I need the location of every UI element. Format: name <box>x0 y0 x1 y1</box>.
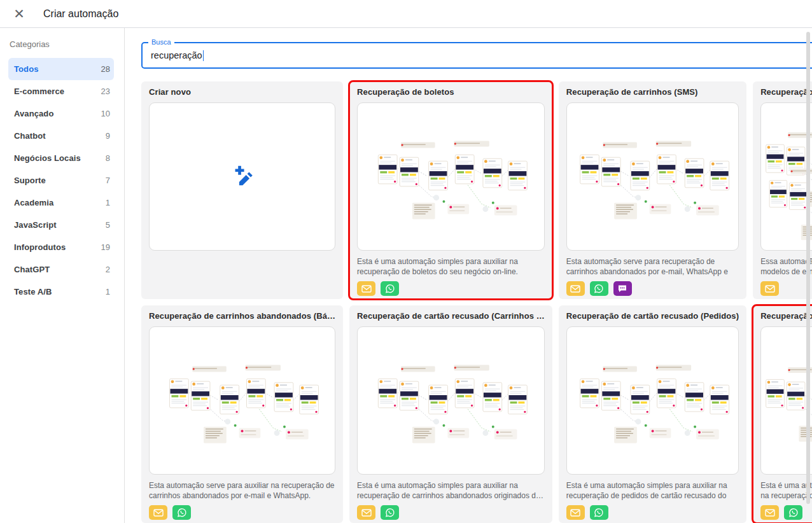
sidebar-item-ecommerce[interactable]: E-commerce 23 <box>8 80 114 102</box>
close-icon[interactable]: ✕ <box>12 7 26 21</box>
automation-preview-thumbnail <box>357 102 545 251</box>
email-chip <box>357 505 375 520</box>
whatsapp-chip <box>784 505 802 520</box>
template-card-recuperacao-de-carrinhos-teste-ab[interactable]: Recuperação de carrinhos (Teste A/B) Ess… <box>753 81 812 299</box>
create-automation-icon <box>229 164 256 190</box>
category-count: 10 <box>101 109 110 118</box>
create-new-card[interactable]: Criar novo <box>141 81 343 299</box>
whatsapp-chip <box>590 505 608 520</box>
whatsapp-chip <box>381 281 399 296</box>
card-title: Recuperação de carrinhos abandonados (Bá… <box>149 311 335 321</box>
whatsapp-chip <box>590 281 608 296</box>
automation-preview-thumbnail <box>149 326 335 475</box>
template-card-recuperacao-de-carrinhos-abandonados[interactable]: Recuperação de carrinhos abandonados (Bá… <box>141 305 343 523</box>
category-count: 8 <box>106 153 110 163</box>
email-chip <box>760 505 779 520</box>
card-title: Recuperação de carrinhos (SMS) <box>566 87 739 97</box>
channel-chips <box>357 505 545 520</box>
card-title: Recuperação de cartão recusado (Carrinho… <box>357 311 545 321</box>
card-title: Recuperação de cartão recusado (Pedidos) <box>566 311 739 321</box>
template-card-recuperacao-cartao-recusado-carrinhos[interactable]: Recuperação de cartão recusado (Carrinho… <box>349 305 552 523</box>
email-chip <box>566 505 585 520</box>
sidebar-item-javascript[interactable]: JavaScript 5 <box>8 214 114 236</box>
vertical-scrollbar[interactable] <box>806 32 810 504</box>
automation-preview-thumbnail <box>566 102 739 251</box>
sidebar-item-chatgpt[interactable]: ChatGPT 2 <box>8 258 114 281</box>
category-label: Suporte <box>14 176 46 185</box>
sidebar-item-negocios-locais[interactable]: Negócios Locais 8 <box>8 147 114 169</box>
card-title: Criar novo <box>149 87 335 97</box>
card-description: Esta é uma automação simples para auxili… <box>357 256 545 277</box>
categories-heading: Categorias <box>0 36 124 58</box>
category-label: Negócios Locais <box>14 153 81 163</box>
text-cursor <box>203 50 204 61</box>
category-count: 5 <box>106 220 110 230</box>
channel-chips <box>760 281 812 296</box>
whatsapp-chip <box>172 505 191 520</box>
create-new-area[interactable] <box>149 102 335 251</box>
category-label: Infoprodutos <box>14 242 66 252</box>
templates-content: Busca recuperação Criar novo <box>125 28 812 523</box>
sidebar-item-infoprodutos[interactable]: Infoprodutos 19 <box>8 236 114 258</box>
sidebar-item-academia[interactable]: Academia 1 <box>8 192 114 214</box>
email-chip <box>357 281 375 296</box>
email-chip <box>149 505 167 520</box>
search-value: recuperação <box>151 50 202 60</box>
category-count: 1 <box>106 198 110 207</box>
card-description: Esta automação serve para recuperação de… <box>566 256 739 277</box>
category-label: Chatbot <box>14 131 46 141</box>
sms-chip <box>613 281 632 296</box>
email-chip <box>760 281 779 296</box>
card-description: Esta automação serve para auxiliar na re… <box>149 480 335 501</box>
template-card-recuperacao-cartao-recusado-pedidos[interactable]: Recuperação de cartão recusado (Pedidos)… <box>559 305 746 523</box>
card-title: Recuperação de carrinhos (Teste A/B) <box>760 87 812 97</box>
category-label: Academia <box>14 198 53 207</box>
template-card-recuperacao-de-boletos[interactable]: Recuperação de boletos Esta é uma automa… <box>349 81 552 299</box>
category-count: 9 <box>106 131 110 141</box>
automation-preview-thumbnail <box>357 326 545 475</box>
sidebar-item-teste-ab[interactable]: Teste A/B 1 <box>8 281 114 303</box>
dialog-header: ✕ Criar automação <box>0 0 812 28</box>
category-count: 2 <box>106 265 110 274</box>
channel-chips <box>760 505 812 520</box>
categories-sidebar: Categorias Todos 28 E-commerce 23 Avança… <box>0 28 125 523</box>
category-label: Todos <box>14 64 39 74</box>
category-label: Teste A/B <box>14 287 52 296</box>
card-title: Recuperação de Pix <box>760 311 812 321</box>
automation-preview-thumbnail <box>760 102 812 251</box>
category-count: 1 <box>106 287 110 296</box>
category-count: 23 <box>101 87 110 96</box>
category-label: JavaScript <box>14 220 57 230</box>
dialog-title: Criar automação <box>43 8 118 20</box>
category-count: 7 <box>106 176 110 185</box>
search-field-label: Busca <box>148 38 174 46</box>
card-description: Esta é uma automação simples para auxili… <box>357 480 545 501</box>
category-label: ChatGPT <box>14 265 50 274</box>
category-count: 28 <box>101 64 110 74</box>
automation-preview-thumbnail <box>566 326 739 475</box>
channel-chips <box>357 281 545 296</box>
search-input[interactable]: Busca recuperação <box>141 42 812 69</box>
category-count: 19 <box>101 242 110 252</box>
template-card-recuperacao-de-carrinhos-sms[interactable]: Recuperação de carrinhos (SMS) Esta auto… <box>559 81 746 299</box>
category-label: E-commerce <box>14 87 64 96</box>
whatsapp-chip <box>381 505 399 520</box>
template-card-recuperacao-de-pix[interactable]: Recuperação de Pix Esta é uma automação … <box>753 305 812 523</box>
card-title: Recuperação de boletos <box>357 87 545 97</box>
sidebar-item-suporte[interactable]: Suporte 7 <box>8 169 114 192</box>
templates-grid: Criar novo Recuperação de boletos Esta é… <box>141 81 812 523</box>
sidebar-item-chatbot[interactable]: Chatbot 9 <box>8 125 114 147</box>
email-chip <box>566 281 585 296</box>
channel-chips <box>566 281 739 296</box>
channel-chips <box>149 505 335 520</box>
automation-preview-thumbnail <box>760 326 812 475</box>
category-label: Avançado <box>14 109 53 118</box>
sidebar-item-todos[interactable]: Todos 28 <box>8 58 114 80</box>
card-description: Esta é uma automação simples para auxili… <box>760 480 812 501</box>
card-description: Esta é uma automação simples para auxili… <box>566 480 739 501</box>
sidebar-item-avancado[interactable]: Avançado 10 <box>8 102 114 125</box>
card-description: Essa automação serve para testar dois mo… <box>760 256 812 277</box>
channel-chips <box>566 505 739 520</box>
